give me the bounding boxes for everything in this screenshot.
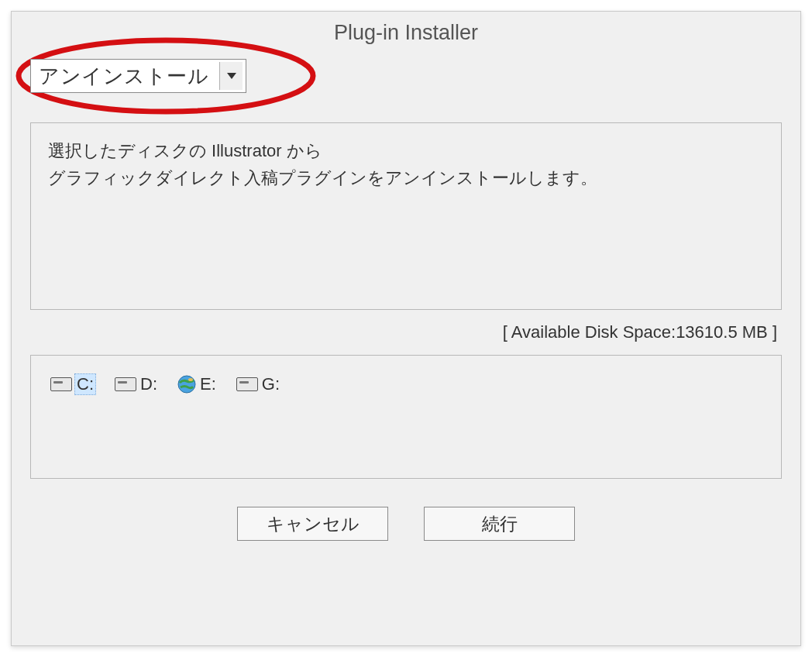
disk-item-g[interactable]: G: (234, 373, 284, 395)
content-area: アンインストール 選択したディスクの Illustrator から グラフィック… (30, 59, 782, 541)
description-line-2: グラフィックダイレクト入稿プラグインをアンインストールします。 (48, 164, 764, 191)
action-dropdown[interactable]: アンインストール (30, 59, 246, 93)
window-title: Plug-in Installer (12, 12, 800, 59)
svg-marker-1 (227, 73, 236, 79)
continue-button[interactable]: 続行 (424, 507, 575, 541)
disk-item-c[interactable]: C: (48, 373, 98, 396)
action-dropdown-row: アンインストール (30, 59, 782, 93)
description-line-1: 選択したディスクの Illustrator から (48, 137, 764, 164)
disk-selection-panel: C: D: E: (30, 355, 782, 479)
description-panel: 選択したディスクの Illustrator から グラフィックダイレクト入稿プラ… (30, 122, 782, 310)
action-dropdown-label: アンインストール (39, 63, 213, 90)
disk-label: C: (74, 373, 96, 395)
disk-label: D: (139, 374, 159, 394)
disk-label: G: (260, 374, 281, 394)
installer-window: Plug-in Installer アンインストール 選択したディスクの Ill… (11, 11, 801, 646)
cancel-button[interactable]: キャンセル (237, 507, 388, 541)
disk-item-d[interactable]: D: (112, 373, 161, 395)
globe-icon (177, 375, 196, 394)
hdd-icon (115, 377, 136, 391)
hdd-icon (50, 377, 72, 391)
svg-point-3 (188, 378, 193, 381)
dropdown-arrow-button[interactable] (219, 62, 243, 90)
available-disk-space: [ Available Disk Space:13610.5 MB ] (30, 310, 782, 355)
disk-list: C: D: E: (48, 373, 764, 396)
button-row: キャンセル 続行 (30, 507, 782, 541)
disk-label: E: (198, 374, 218, 394)
disk-item-e[interactable]: E: (175, 373, 220, 395)
hdd-icon (236, 377, 258, 391)
chevron-down-icon (226, 72, 237, 80)
svg-point-2 (178, 376, 195, 393)
